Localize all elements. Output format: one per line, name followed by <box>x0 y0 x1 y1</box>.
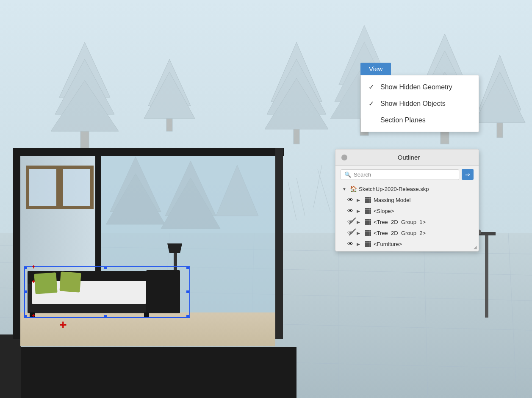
tree-item-label-tree-2d-group-1: <Tree_2D_Group_1> <box>374 219 426 225</box>
svg-rect-39 <box>0 334 21 398</box>
eye-icon-slope[interactable]: 👁 <box>346 207 355 214</box>
svg-rect-67 <box>25 267 27 269</box>
tree-item-furniture[interactable]: 👁 ▶ <Furniture> <box>339 238 475 249</box>
view-menu: View ✓ Show Hidden Geometry ✓ Show Hidde… <box>360 63 479 132</box>
svg-marker-57 <box>167 243 182 253</box>
outliner-tree: ▼ 🏠 SketchUp-2020-Release.skp 👁 ▶ Massin… <box>335 182 479 251</box>
grid-icon-tree-2d-group-1 <box>365 219 371 225</box>
tree-arrow-right-icon-tree-2d-group-2: ▶ <box>357 231 363 235</box>
tree-arrow-right-icon-slope: ▶ <box>357 209 363 213</box>
checkmark-show-hidden-objects: ✓ <box>369 100 375 108</box>
tree-item-massing-model[interactable]: 👁 ▶ Massing Model <box>339 194 475 205</box>
svg-rect-19 <box>294 129 299 144</box>
grid-icon-furniture <box>365 241 371 247</box>
svg-rect-40 <box>21 347 296 398</box>
view-item-label-show-hidden-objects: Show Hidden Objects <box>380 100 446 108</box>
tree-arrow-right-icon-tree-2d-group-1: ▶ <box>357 220 363 224</box>
tree-arrow-right-icon-massing-model: ▶ <box>357 198 363 202</box>
svg-text:+: + <box>32 312 35 319</box>
view-item-section-planes[interactable]: ✓ Section Planes <box>361 112 479 128</box>
svg-rect-73 <box>25 290 27 293</box>
grid-icon-massing-model <box>365 197 371 203</box>
svg-rect-79 <box>485 233 488 318</box>
svg-rect-62 <box>34 272 57 294</box>
outliner-title: Outliner <box>351 154 467 161</box>
svg-rect-42 <box>13 148 20 339</box>
outliner-status-dot <box>341 155 347 160</box>
view-button[interactable]: View <box>360 63 391 75</box>
grid-icon-slope <box>365 208 371 214</box>
view-item-label-show-hidden-geometry: Show Hidden Geometry <box>380 83 452 91</box>
svg-rect-63 <box>59 271 81 292</box>
outliner-export-button[interactable]: ⇒ <box>462 169 474 180</box>
svg-rect-71 <box>104 267 107 269</box>
svg-rect-72 <box>104 315 107 318</box>
view-dropdown: ✓ Show Hidden Geometry ✓ Show Hidden Obj… <box>360 75 479 132</box>
home-icon: 🏠 <box>350 185 357 192</box>
outliner-search-box[interactable]: 🔍 <box>341 169 459 180</box>
svg-rect-61 <box>146 270 180 313</box>
outliner-root-file[interactable]: ▼ 🏠 SketchUp-2020-Release.skp <box>339 183 475 194</box>
tree-item-label-tree-2d-group-2: <Tree_2D_Group_2> <box>374 230 426 236</box>
svg-rect-70 <box>186 315 189 318</box>
search-icon: 🔍 <box>344 171 351 178</box>
svg-rect-22 <box>497 123 503 138</box>
checkmark-show-hidden-geometry: ✓ <box>369 83 375 91</box>
tree-arrow-down-icon: ▼ <box>342 187 348 191</box>
view-item-show-hidden-objects[interactable]: ✓ Show Hidden Objects <box>361 95 479 112</box>
svg-rect-12 <box>80 131 89 148</box>
view-item-show-hidden-geometry[interactable]: ✓ Show Hidden Geometry <box>361 79 479 95</box>
svg-text:✛: ✛ <box>59 321 66 330</box>
svg-rect-74 <box>186 290 189 293</box>
svg-rect-47 <box>61 167 92 207</box>
eye-icon-furniture[interactable]: 👁 <box>346 240 355 247</box>
svg-rect-43 <box>275 148 283 339</box>
tree-item-tree-2d-group-1[interactable]: 👁 ▶ <Tree_2D_Group_1> <box>339 216 475 227</box>
tree-item-tree-2d-group-2[interactable]: 👁 ▶ <Tree_2D_Group_2> <box>339 227 475 238</box>
eye-icon-tree-2d-group-1[interactable]: 👁 <box>346 218 355 225</box>
grid-icon-tree-2d-group-2 <box>365 230 371 236</box>
tree-item-slope[interactable]: 👁 ▶ <Slope> <box>339 205 475 216</box>
svg-rect-80 <box>479 232 496 235</box>
outliner-resize-handle[interactable]: ◢ <box>474 245 477 249</box>
outliner-search-input[interactable] <box>354 171 455 178</box>
svg-rect-46 <box>28 167 58 207</box>
root-file-label: SketchUp-2020-Release.skp <box>359 186 429 192</box>
tree-item-label-furniture: <Furniture> <box>374 241 402 247</box>
svg-rect-15 <box>166 119 172 131</box>
tree-item-label-massing-model: Massing Model <box>374 197 410 203</box>
view-item-label-section-planes: Section Planes <box>380 116 426 124</box>
tree-arrow-right-icon-furniture: ▶ <box>357 242 363 246</box>
outliner-panel: Outliner 🔍 ⇒ ▼ 🏠 SketchUp-2020-Release.s… <box>335 149 479 252</box>
svg-text:+: + <box>32 278 35 285</box>
svg-rect-65 <box>144 312 149 317</box>
svg-rect-69 <box>25 315 27 318</box>
svg-rect-41 <box>13 148 284 156</box>
svg-text:+: + <box>32 263 35 270</box>
outliner-header: Outliner <box>335 149 479 166</box>
tree-item-label-slope: <Slope> <box>374 208 394 214</box>
eye-icon-tree-2d-group-2[interactable]: 👁 <box>346 229 355 236</box>
eye-icon-massing-model[interactable]: 👁 <box>346 196 355 203</box>
export-icon: ⇒ <box>465 171 470 178</box>
svg-rect-68 <box>186 267 189 269</box>
